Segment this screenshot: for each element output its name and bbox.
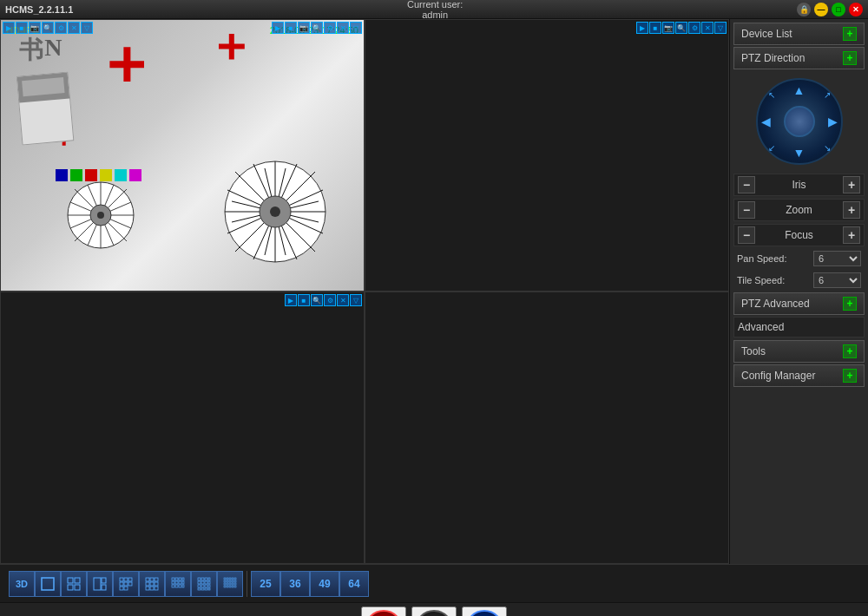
layout-9-button[interactable] [139,571,165,597]
device-list-btn[interactable]: Device List + [733,23,865,45]
cell-tr-btn-2e[interactable]: ⚙ [688,22,700,34]
cell-tr-btn-2g[interactable]: ▽ [714,22,727,34]
tile-speed-select[interactable]: 12345 678910 [813,272,861,288]
cell-tr-btn-1e[interactable]: ⚙ [324,22,336,34]
cell-tb-btn-1e[interactable]: ⚙ [55,22,67,34]
ptz-downleft-button[interactable]: ↙ [768,143,775,153]
cell-tr-btn-1b[interactable]: ■ [285,22,297,34]
layout-3d-button[interactable]: 3D [9,571,35,597]
ptz-right-button[interactable]: ▶ [828,115,838,128]
zoom-minus-button[interactable]: − [738,201,755,219]
cell-tr-btn-3d[interactable]: ⚙ [324,294,336,306]
layout-1-button[interactable] [35,571,61,597]
cell-tr-btn-2a[interactable]: ▶ [636,22,648,34]
ptz-down-button[interactable]: ▼ [793,146,806,160]
svg-rect-40 [120,587,123,590]
ptz-upleft-button[interactable]: ↖ [768,90,775,100]
cell-tr-btn-1a[interactable]: ▶ [272,22,284,34]
cell-tb-btn-1b[interactable]: ■ [16,22,28,34]
layout-64-button[interactable]: 64 [339,571,369,597]
svg-rect-31 [94,578,101,590]
maximize-button[interactable]: □ [832,3,845,16]
cell-tr-btn-3e[interactable]: ✕ [337,294,349,306]
lock-button[interactable]: 🔒 [797,3,811,16]
layout-12-button[interactable] [165,571,191,597]
svg-rect-87 [232,580,233,582]
cell-tr-btn-3f[interactable]: ▽ [350,294,362,306]
ptz-advanced-plus[interactable]: + [843,297,857,311]
config-manager-btn[interactable]: Config Manager + [733,364,865,387]
cell-tr-btn-1g[interactable]: ▽ [350,22,362,34]
video-cell-4[interactable] [365,292,729,564]
cell-tb-btn-1d[interactable]: 🔍 [42,22,54,34]
config-manager-plus[interactable]: + [843,369,857,383]
ptz-direction-btn[interactable]: PTZ Direction + [733,47,865,69]
cell-tr-btn-1d[interactable]: 🔍 [311,22,323,34]
device-list-plus[interactable]: + [843,27,857,41]
cell-tr-btn-2f[interactable]: ✕ [701,22,713,34]
iris-minus-button[interactable]: − [738,176,755,193]
layout-6-button[interactable] [87,571,113,597]
cell-tr-btn-2b[interactable]: ■ [649,22,661,34]
svg-rect-90 [227,583,228,585]
layout-8-button[interactable] [113,571,139,597]
video-cell-3[interactable]: ▶ ■ 🔍 ⚙ ✕ ▽ [0,292,365,564]
cell-tr-btn-1f[interactable]: ✕ [337,22,349,34]
cell-tb-btn-1g[interactable]: ▽ [81,22,93,34]
iris-plus-button[interactable]: + [843,176,860,193]
zoom-plus-button[interactable]: + [843,201,860,219]
joystick-center [784,106,815,137]
svg-rect-45 [146,582,149,586]
ptz-up-button[interactable]: ▲ [793,83,806,97]
cell-tr-btn-2c[interactable]: 📷 [662,22,674,34]
ptz-advanced-btn[interactable]: PTZ Advanced + [733,292,865,315]
tools-btn[interactable]: Tools + [733,340,865,363]
titlebar-center: Current user: admin [407,0,463,20]
minimize-button[interactable]: — [814,3,828,16]
ptz-downright-button[interactable]: ↘ [824,143,831,153]
ptz-direction-plus[interactable]: + [843,51,857,65]
tools-plus[interactable]: + [843,344,857,358]
cell-toolbar-left-1: ▶ ■ 📷 🔍 ⚙ ✕ ▽ [1,20,95,36]
cell-tr-btn-3a[interactable]: ▶ [285,294,297,306]
svg-rect-53 [179,578,181,580]
svg-rect-59 [172,585,174,587]
ptz-upright-button[interactable]: ↗ [824,90,831,100]
ptz-left-button[interactable]: ◀ [761,115,771,128]
alarm-icon-button[interactable]: 🔔 [361,606,406,617]
layout-20-button[interactable] [217,571,243,597]
layout-25-button[interactable]: 25 [251,571,280,597]
video-icon-button[interactable]: 🎬 [411,606,457,617]
cell-tr-btn-3b[interactable]: ■ [298,294,310,306]
svg-rect-65 [205,578,207,580]
layout-4-button[interactable] [61,571,87,597]
cell-tb-btn-1c[interactable]: 📷 [29,22,41,34]
svg-rect-62 [182,585,184,587]
advanced-section[interactable]: Advanced [733,317,865,337]
pan-speed-select[interactable]: 12345 678910 [813,251,861,266]
cell-tr-btn-1c[interactable]: 📷 [298,22,310,34]
joystick-bg: ▲ ▼ ◀ ▶ ↖ ↗ ↙ ↘ [756,78,843,165]
svg-rect-26 [42,578,54,590]
video-cell-2[interactable]: ▶ ■ 📷 🔍 ⚙ ✕ ▽ [365,19,729,292]
cell-tr-btn-2d[interactable]: 🔍 [675,22,687,34]
layout-36-button[interactable]: 36 [280,571,310,597]
close-button[interactable]: ✕ [849,3,863,16]
video-cell-1[interactable]: ▶ ■ 📷 🔍 ⚙ ✕ ▽ ▶ ■ 📷 🔍 ⚙ ✕ ▽ HD-IPC 2018-… [0,19,365,292]
layout-16-button[interactable] [191,571,217,597]
svg-rect-50 [155,587,158,590]
focus-minus-button[interactable]: − [738,226,755,244]
settings-icon-button[interactable]: ⚙ [462,606,507,617]
svg-rect-97 [232,586,233,587]
layout-49-button[interactable]: 49 [310,571,339,597]
cell-tr-btn-3c[interactable]: 🔍 [311,294,323,306]
svg-rect-52 [175,578,178,580]
svg-rect-35 [124,578,128,581]
focus-plus-button[interactable]: + [843,226,860,244]
svg-rect-84 [224,580,226,582]
cell-tb-btn-1a[interactable]: ▶ [3,22,15,34]
cell-tb-btn-1f[interactable]: ✕ [68,22,80,34]
svg-rect-79 [224,578,226,580]
svg-rect-55 [172,581,174,584]
svg-rect-37 [120,582,123,586]
